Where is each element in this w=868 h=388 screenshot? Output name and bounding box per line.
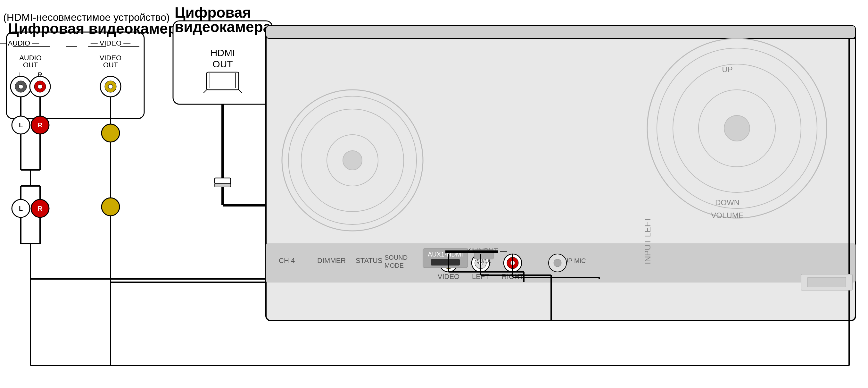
svg-point-62 xyxy=(724,115,750,141)
usb-label: 5V/1A xyxy=(477,259,491,264)
sound-mode-label2: MODE xyxy=(384,262,404,269)
cable-l-top: L xyxy=(19,122,23,128)
up-label: UP xyxy=(722,65,733,74)
video-out-label2: OUT xyxy=(103,61,118,69)
analog-camera-title: Цифровая видеокамера xyxy=(8,20,185,37)
sound-mode-label: SOUND xyxy=(384,254,408,261)
svg-rect-44 xyxy=(215,178,231,184)
video-section-label: — VIDEO — xyxy=(91,39,131,47)
cable-r-top: R xyxy=(38,122,42,128)
video-label: VIDEO xyxy=(438,273,460,280)
cable-r-bottom: R xyxy=(38,205,42,212)
audio-out-label2: OUT xyxy=(23,61,38,69)
svg-point-33 xyxy=(101,124,120,142)
svg-rect-52 xyxy=(266,26,856,38)
cable-l-bottom: L xyxy=(19,205,23,212)
input-left-label: INPUT LEFT xyxy=(643,217,652,264)
svg-point-35 xyxy=(101,198,120,216)
svg-point-13 xyxy=(108,84,113,89)
audio-section-label: — AUDIO — xyxy=(0,39,39,47)
diagram-container: (HDMI-несовместимое устройство) Цифровая… xyxy=(0,0,868,388)
svg-point-7 xyxy=(19,84,23,89)
svg-point-10 xyxy=(38,84,42,89)
digital-camera-title2: видеокамера xyxy=(175,19,271,35)
hdmi-out-label2: OUT xyxy=(212,59,232,69)
svg-rect-45 xyxy=(215,184,231,187)
svg-point-79 xyxy=(554,259,561,267)
ch4-label: CH 4 xyxy=(279,257,295,265)
hdmi-out-label: HDMI xyxy=(211,48,235,58)
svg-point-57 xyxy=(343,151,362,170)
svg-rect-98 xyxy=(807,277,846,287)
down-label: DOWN xyxy=(715,198,740,207)
volume-label: VOLUME xyxy=(711,211,743,220)
status-label: STATUS xyxy=(356,257,382,265)
svg-rect-76 xyxy=(431,259,460,266)
dimmer-label: DIMMER xyxy=(317,257,346,265)
